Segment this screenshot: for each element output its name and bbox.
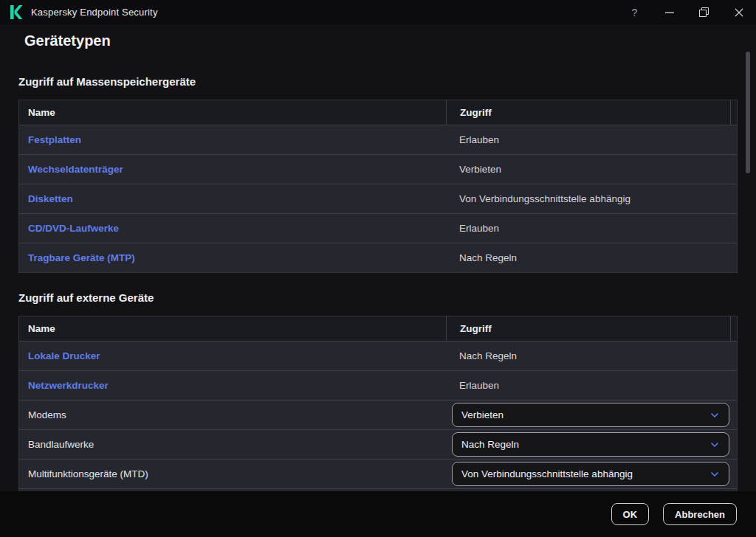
column-header-access: Zugriff <box>446 100 730 125</box>
access-select[interactable]: Von Verbindungsschnittstelle abhängig <box>452 462 729 486</box>
device-name: Bandlaufwerke <box>19 439 446 450</box>
section-heading: Zugriff auf Massenspeichergeräte <box>18 75 738 88</box>
device-link[interactable]: Netzwerkdrucker <box>19 380 446 391</box>
access-value: Erlauben <box>446 371 737 400</box>
device-section: Zugriff auf MassenspeichergeräteNameZugr… <box>18 75 738 273</box>
title-bar: Kaspersky Endpoint Security ? <box>0 0 756 24</box>
access-value: Erlauben <box>446 214 737 243</box>
device-link[interactable]: Tragbare Geräte (MTP) <box>19 252 446 263</box>
table-row: ModemsVerbieten <box>19 400 737 429</box>
table-row: Multifunktionsgeräte (MTD)Von Verbindung… <box>19 459 737 488</box>
access-value: Von Verbindungsschnittstelle abhängig <box>446 184 737 213</box>
access-select[interactable]: Verbieten <box>452 403 729 427</box>
table-header-row: NameZugriff <box>19 100 737 125</box>
restore-button[interactable] <box>687 0 721 24</box>
access-value: Erlauben <box>446 125 737 154</box>
close-button[interactable] <box>721 0 756 24</box>
access-select-value: Nach Regeln <box>461 439 519 450</box>
table-row: CD/DVD-LaufwerkeErlauben <box>19 213 737 243</box>
column-header-name: Name <box>19 316 446 341</box>
window-controls: ? <box>617 0 756 24</box>
table-row: FestplattenErlauben <box>19 125 737 154</box>
access-value: Verbieten <box>446 155 737 184</box>
table-row: NetzwerkdruckerErlauben <box>19 370 737 400</box>
column-header-access: Zugriff <box>446 316 730 341</box>
device-types-content: Zugriff auf MassenspeichergeräteNameZugr… <box>0 75 756 495</box>
chevron-down-icon <box>709 410 720 420</box>
kaspersky-logo-icon <box>10 5 24 19</box>
device-link[interactable]: Lokale Drucker <box>19 350 446 361</box>
access-select-value: Von Verbindungsschnittstelle abhängig <box>461 468 633 479</box>
device-name: Modems <box>19 409 446 420</box>
cancel-button[interactable]: Abbrechen <box>663 503 737 525</box>
page-title: Gerätetypen <box>24 32 756 49</box>
app-title: Kaspersky Endpoint Security <box>31 7 158 18</box>
device-name: Multifunktionsgeräte (MTD) <box>19 468 446 479</box>
access-select[interactable]: Nach Regeln <box>452 432 729 457</box>
chevron-down-icon <box>709 440 720 450</box>
vertical-scrollbar[interactable] <box>746 52 750 173</box>
device-link[interactable]: Festplatten <box>19 134 446 145</box>
help-button[interactable]: ? <box>617 0 652 24</box>
table-row: DiskettenVon Verbindungsschnittstelle ab… <box>19 184 737 213</box>
table-row: Tragbare Geräte (MTP)Nach Regeln <box>19 243 737 272</box>
table-header-row: NameZugriff <box>19 316 737 341</box>
device-table: NameZugriffLokale DruckerNach RegelnNetz… <box>18 316 738 495</box>
access-value: Nach Regeln <box>446 342 737 370</box>
minimize-button[interactable] <box>652 0 687 24</box>
device-section: Zugriff auf externe GeräteNameZugriffLok… <box>18 291 738 495</box>
column-header-name: Name <box>19 100 446 125</box>
table-row: WechseldatenträgerVerbieten <box>19 154 737 184</box>
access-cell: Verbieten <box>446 401 737 429</box>
header-gutter <box>730 100 737 125</box>
chevron-down-icon <box>709 469 720 479</box>
access-cell: Von Verbindungsschnittstelle abhängig <box>446 460 737 488</box>
section-heading: Zugriff auf externe Geräte <box>18 291 738 304</box>
access-select-value: Verbieten <box>461 409 504 420</box>
header-gutter <box>730 316 737 341</box>
access-cell: Nach Regeln <box>446 430 737 459</box>
table-row: Lokale DruckerNach Regeln <box>19 341 737 370</box>
device-link[interactable]: Disketten <box>19 193 446 204</box>
table-row: BandlaufwerkeNach Regeln <box>19 429 737 459</box>
ok-button[interactable]: OK <box>611 503 650 525</box>
device-link[interactable]: CD/DVD-Laufwerke <box>19 223 446 234</box>
dialog-footer: OK Abbrechen <box>0 491 756 537</box>
device-table: NameZugriffFestplattenErlaubenWechseldat… <box>18 100 738 273</box>
access-value: Nach Regeln <box>446 243 737 272</box>
device-link[interactable]: Wechseldatenträger <box>19 164 446 175</box>
